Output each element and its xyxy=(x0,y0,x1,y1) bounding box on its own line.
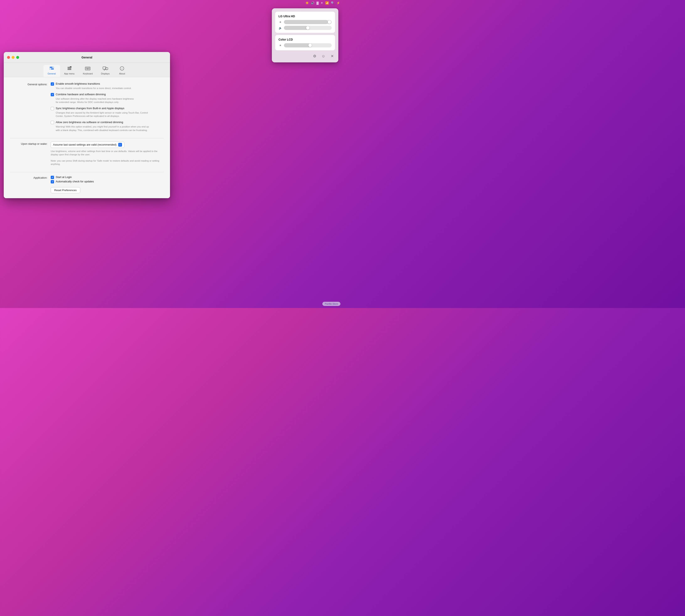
combine-dimming-checkbox[interactable] xyxy=(51,93,54,96)
tab-displays[interactable]: Displays xyxy=(97,65,114,77)
zero-brightness-label: Allow zero brightness via software or co… xyxy=(56,120,123,124)
maximize-button[interactable] xyxy=(16,56,19,59)
start-at-login-row: Start at Login xyxy=(51,176,164,179)
svg-rect-15 xyxy=(89,69,90,69)
search-menubar-icon[interactable]: 🔍 xyxy=(331,1,335,5)
svg-rect-5 xyxy=(68,68,71,69)
combine-dimming-row: Combine hardware and software dimming xyxy=(51,93,164,96)
menubar: ☀️ 🔊 ▓ ✴ 📶 🔍 ⚡ xyxy=(305,0,343,6)
volume-icon: 🔈 xyxy=(278,26,282,29)
svg-rect-12 xyxy=(89,68,90,68)
bluetooth-menubar-icon[interactable]: ✴ xyxy=(321,1,323,5)
lg-ultrahd-section: LG Ultra HD ☀ 🔈 xyxy=(275,12,335,33)
svg-rect-7 xyxy=(70,66,71,68)
close-popup-button[interactable]: ✕ xyxy=(329,53,335,59)
application-label: Application: xyxy=(10,176,47,179)
sync-brightness-row: Sync brightness changes from Built-in an… xyxy=(51,107,164,110)
title-bar: General xyxy=(4,52,170,63)
auto-check-updates-row: Automatically check for updates xyxy=(51,180,164,183)
general-options-content: Enable smooth brightness transitions You… xyxy=(47,82,164,135)
sync-brightness-help: Changes that are caused by the Ambient l… xyxy=(56,111,164,118)
general-tab-label: General xyxy=(48,72,56,75)
window-title: General xyxy=(82,56,92,59)
svg-rect-11 xyxy=(88,68,89,68)
wifi-menubar-icon[interactable]: 📶 xyxy=(325,1,329,5)
divider-2 xyxy=(10,172,164,172)
color-lcd-section: Color LCD ☀ xyxy=(275,35,335,50)
color-lcd-brightness-slider[interactable] xyxy=(284,43,332,47)
sync-brightness-label: Sync brightness changes from Built-in an… xyxy=(56,107,124,110)
svg-rect-8 xyxy=(85,67,90,70)
app-menu-tab-label: App menu xyxy=(64,72,75,75)
gear-button[interactable]: ⚙ xyxy=(312,53,318,59)
panfile-store-badge: Panfile.Store xyxy=(322,302,340,306)
svg-point-2 xyxy=(52,67,53,68)
close-button[interactable] xyxy=(7,56,10,59)
minimize-button[interactable] xyxy=(12,56,15,59)
svg-text:i: i xyxy=(122,67,122,70)
brightness-menubar-icon[interactable]: ☀️ xyxy=(305,1,309,5)
application-content: Start at Login Automatically check for u… xyxy=(47,176,164,193)
lg-volume-slider[interactable] xyxy=(284,26,332,30)
auto-check-updates-label: Automatically check for updates xyxy=(56,180,94,183)
general-tab-icon xyxy=(49,66,54,72)
displays-tab-icon xyxy=(102,66,108,72)
reset-preferences-button[interactable]: Reset Preferences xyxy=(51,187,80,193)
smiley-button[interactable]: ☺ xyxy=(320,53,326,59)
dropdown-arrow-icon: ⬡ xyxy=(118,143,122,147)
svg-rect-13 xyxy=(86,69,87,69)
lg-brightness-row: ☀ xyxy=(278,20,332,24)
displays-tab-label: Displays xyxy=(101,72,110,75)
content-area: General options: Enable smooth brightnes… xyxy=(4,77,170,198)
tab-app-menu[interactable]: App menu xyxy=(60,65,79,77)
startup-dropdown-value: Assume last saved settings are valid (re… xyxy=(53,143,117,146)
auto-check-updates-checkbox[interactable] xyxy=(51,180,54,183)
smooth-brightness-help: You can disable smooth transitions for a… xyxy=(56,87,164,90)
tab-keyboard[interactable]: Keyboard xyxy=(79,65,97,77)
tab-bar: General App menu xyxy=(4,63,170,77)
tab-about[interactable]: i About xyxy=(114,65,130,77)
tab-general[interactable]: General xyxy=(43,65,60,77)
startup-content: Assume last saved settings are valid (re… xyxy=(47,141,164,169)
general-options-label: General options: xyxy=(10,82,47,86)
startup-dropdown[interactable]: Assume last saved settings are valid (re… xyxy=(51,141,124,148)
svg-rect-14 xyxy=(87,69,89,69)
smooth-brightness-row: Enable smooth brightness transitions xyxy=(51,82,164,86)
svg-point-3 xyxy=(50,68,51,69)
combine-dimming-help: Use software dimming after the display r… xyxy=(56,97,164,104)
power-menubar-icon[interactable]: ⚡ xyxy=(337,1,340,5)
color-lcd-brightness-row: ☀ xyxy=(278,43,332,47)
zero-brightness-help: Warning! With this option enabled, you m… xyxy=(56,125,164,132)
application-row: Application: Start at Login Automaticall… xyxy=(10,176,164,193)
start-at-login-label: Start at Login xyxy=(56,176,72,179)
app-window: General General xyxy=(4,52,170,198)
battery-menubar-icon[interactable]: ▓ xyxy=(317,1,319,5)
smooth-brightness-label: Enable smooth brightness transitions xyxy=(56,82,100,85)
keyboard-tab-label: Keyboard xyxy=(83,72,93,75)
start-at-login-checkbox[interactable] xyxy=(51,176,54,179)
general-options-row: General options: Enable smooth brightnes… xyxy=(10,82,164,135)
svg-rect-6 xyxy=(68,69,71,70)
lg-volume-row: 🔈 xyxy=(278,26,332,30)
about-tab-icon: i xyxy=(120,66,124,72)
color-lcd-brightness-icon: ☀ xyxy=(278,44,282,47)
about-tab-label: About xyxy=(119,72,125,75)
zero-brightness-row: Allow zero brightness via software or co… xyxy=(51,120,164,124)
startup-row: Upon startup or wake: Assume last saved … xyxy=(10,141,164,169)
svg-rect-9 xyxy=(86,68,87,68)
window-controls xyxy=(7,56,19,59)
keyboard-tab-icon xyxy=(85,66,91,72)
smooth-brightness-checkbox[interactable] xyxy=(51,82,54,86)
lg-brightness-slider[interactable] xyxy=(284,20,332,24)
zero-brightness-checkbox[interactable] xyxy=(51,121,54,124)
startup-help1: Use brightness, volume and other setting… xyxy=(51,150,164,156)
volume-menubar-icon[interactable]: 🔊 xyxy=(311,1,315,5)
app-menu-tab-icon xyxy=(67,66,72,72)
color-lcd-title: Color LCD xyxy=(278,38,332,41)
popup-footer: ⚙ ☺ ✕ xyxy=(275,52,335,59)
sync-brightness-checkbox[interactable] xyxy=(51,107,54,110)
startup-help2: Note: you can press Shift during startup… xyxy=(51,159,164,166)
startup-label: Upon startup or wake: xyxy=(10,141,47,146)
combine-dimming-label: Combine hardware and software dimming xyxy=(56,93,106,96)
divider-1 xyxy=(10,138,164,138)
